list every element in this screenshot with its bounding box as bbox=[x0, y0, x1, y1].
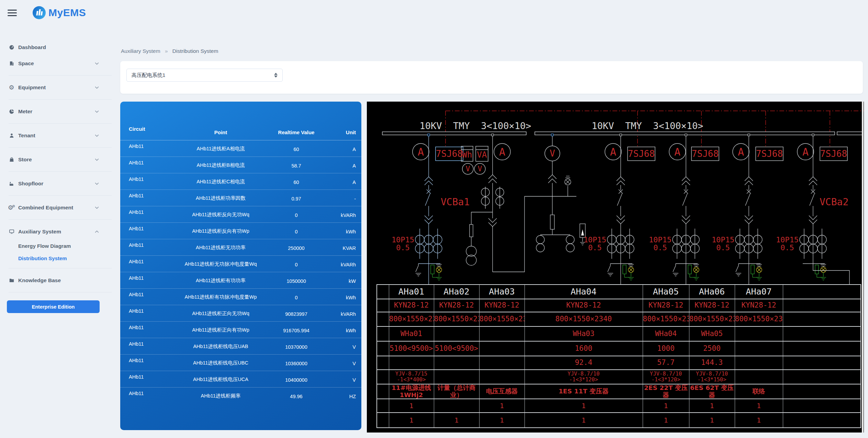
sidebar-item-label: Space bbox=[18, 60, 34, 67]
cubicle-row-cable: YJV-8.7/15 -1<3*400>YJV-8.7/10 -1<3*120>… bbox=[377, 370, 861, 384]
sidebar-item-distribution-system[interactable]: Distribution System bbox=[0, 252, 120, 264]
cubicle-cell: 11#电源进线 1WHj2 bbox=[389, 384, 434, 399]
sidebar-item-tenant[interactable]: Tenant bbox=[0, 127, 120, 143]
cubicle-cell: AHa07 bbox=[735, 285, 783, 299]
gears-icon: ⚙⚙ bbox=[9, 205, 14, 211]
sidebar-divider bbox=[9, 123, 112, 124]
unit-cell: kVARh bbox=[323, 255, 361, 272]
value-cell: 0 bbox=[270, 206, 323, 222]
ammeter-label: A bbox=[499, 146, 505, 158]
value-cell: 0 bbox=[270, 222, 323, 239]
column-header-point: Point bbox=[172, 102, 270, 140]
factory-icon bbox=[9, 181, 14, 186]
cubicle-cell bbox=[735, 356, 783, 370]
sidebar-item-label: Equipment bbox=[18, 84, 46, 91]
circuit-cell: AHb11 bbox=[120, 222, 172, 239]
value-cell: 58.7 bbox=[270, 157, 323, 173]
distribution-system-select[interactable]: 高压配电系统1 bbox=[126, 69, 283, 82]
busbar-left-label: 10KV TMY 3<100×10> bbox=[419, 120, 531, 131]
cubicle-cell: AHa05 bbox=[643, 285, 689, 299]
table-row: AHb11AHb11进线柜有功脉冲电度量Wp0kWh bbox=[120, 288, 361, 305]
cubicle-cell: YJV-8.7/10 -1<3*150> bbox=[689, 370, 735, 384]
unit-cell: kW bbox=[323, 272, 361, 288]
unit-cell: KVAR bbox=[323, 239, 361, 255]
point-cell: AHb11进线柜有功功率 bbox=[172, 272, 270, 288]
unit-cell: A bbox=[323, 157, 361, 173]
sidebar-item-space[interactable]: Space bbox=[0, 55, 120, 71]
sidebar-item-equipment[interactable]: ⚙ Equipment bbox=[0, 79, 120, 95]
cubicle-cell bbox=[735, 326, 783, 341]
cubicle-cell: 1 bbox=[389, 413, 434, 428]
cubicle-cell bbox=[783, 356, 861, 370]
table-row: AHb11AHb11进线柜线电压UCA10400000V bbox=[120, 371, 361, 387]
hamburger-menu-icon[interactable] bbox=[8, 10, 18, 17]
column-header-realtime-value: Realtime Value bbox=[270, 102, 323, 140]
circuit-cell: AHb11 bbox=[120, 189, 172, 206]
cubicle-cell bbox=[479, 341, 525, 356]
sidebar-item-dashboard[interactable]: Dashboard bbox=[0, 39, 120, 55]
cubicle-cell: WHa01 bbox=[389, 326, 434, 341]
table-row: AHb11AHb11进线柜A相电流60A bbox=[120, 140, 361, 157]
sidebar-item-meter[interactable]: Meter bbox=[0, 103, 120, 119]
cubicle-cell: 800×1550×2340 bbox=[434, 312, 479, 326]
cubicle-row-current: 92.457.7144.3 bbox=[377, 356, 861, 370]
cubicle-cell: 1ES 11T 变压器 bbox=[525, 384, 643, 399]
ct-accuracy-label: 0.5 bbox=[716, 243, 730, 252]
ct-class-label: 10P15 bbox=[584, 235, 606, 244]
unit-cell: V bbox=[323, 338, 361, 354]
table-row: AHb11AHb11进线柜无功功率250000KVAR bbox=[120, 239, 361, 255]
cubicle-cell: 5100<9500> bbox=[434, 341, 479, 356]
sidebar-item-shopfloor[interactable]: Shopfloor bbox=[0, 175, 120, 192]
logo-text: MyEMS bbox=[48, 7, 86, 19]
point-cell: AHb11进线柜正向无功Wq bbox=[172, 305, 270, 321]
cubicle-cell: YJV-8.7/15 -1<3*400> bbox=[389, 370, 434, 384]
cubicle-cell: WHa05 bbox=[689, 326, 735, 341]
sidebar-item-auxiliary-system[interactable]: Auxiliary System bbox=[0, 223, 120, 240]
cubicle-cell: 1 bbox=[735, 413, 783, 428]
ammeter-label: A bbox=[738, 146, 744, 158]
diagram-scrollbar[interactable] bbox=[862, 102, 864, 433]
circuit-cell: AHb11 bbox=[120, 255, 172, 272]
point-cell: AHb11进线柜A相电流 bbox=[172, 140, 270, 157]
breadcrumb-parent[interactable]: Auxiliary System bbox=[121, 48, 160, 54]
building-icon bbox=[9, 61, 14, 66]
cubicle-cell: 800×1550×2340 bbox=[479, 312, 525, 326]
cubicle-cell bbox=[735, 341, 783, 356]
sidebar-item-knowledge-base[interactable]: Knowledge Base bbox=[0, 272, 120, 288]
sidebar-item-label: Knowledge Base bbox=[18, 277, 61, 284]
cubicle-cell bbox=[377, 370, 389, 384]
point-cell: AHb11进线柜频率 bbox=[172, 387, 270, 404]
sidebar-item-label: Meter bbox=[18, 108, 32, 115]
enterprise-edition-button[interactable]: Enterprise Edition bbox=[7, 300, 100, 313]
sidebar-item-combined-equipment[interactable]: ⚙⚙ Combined Equipment bbox=[0, 199, 120, 216]
cubicle-row-meter: WHa01WHa03WHa04WHa05 bbox=[377, 326, 861, 341]
sidebar-item-energy-flow-diagram[interactable]: Energy Flow Diagram bbox=[0, 240, 120, 252]
cubicle-cell: 144.3 bbox=[689, 356, 735, 370]
gear-icon: ⚙ bbox=[9, 84, 14, 91]
chevron-up-icon bbox=[95, 230, 99, 233]
unit-cell: kVARh bbox=[323, 206, 361, 222]
sub-item-label: Distribution System bbox=[18, 255, 67, 261]
circuit-cell: AHb11 bbox=[120, 239, 172, 255]
sidebar-item-store[interactable]: Store bbox=[0, 151, 120, 168]
cubicle-cell: AHa02 bbox=[434, 285, 479, 299]
table-row: AHb11AHb11进线柜功率因数0.97- bbox=[120, 189, 361, 206]
logo-icon bbox=[33, 6, 46, 19]
point-cell: AHb11进线柜线电压UBC bbox=[172, 354, 270, 371]
sidebar-divider bbox=[9, 75, 112, 76]
voltmeter-label: V bbox=[478, 165, 482, 173]
value-cell: 60 bbox=[270, 173, 323, 189]
cubicle-cell bbox=[377, 399, 389, 413]
ct-class-label: 10P15 bbox=[776, 235, 799, 244]
voltmeter-label: V bbox=[466, 165, 470, 173]
breadcrumb: Auxiliary System » Distribution System bbox=[121, 48, 218, 54]
cubicle-cell: 57.7 bbox=[643, 356, 689, 370]
unit-cell: kWh bbox=[323, 222, 361, 239]
cubicle-cell bbox=[783, 413, 861, 428]
cubicle-cell bbox=[479, 356, 525, 370]
chevron-down-icon bbox=[95, 110, 99, 113]
cubicle-cell: 1000 bbox=[643, 341, 689, 356]
circuit-cell: AHb11 bbox=[120, 387, 172, 404]
distribution-diagram-panel: 10KV TMY 3<100×10> 10KV TMY 3<100×10> bbox=[367, 102, 864, 433]
sidebar-item-label: Store bbox=[18, 157, 32, 163]
